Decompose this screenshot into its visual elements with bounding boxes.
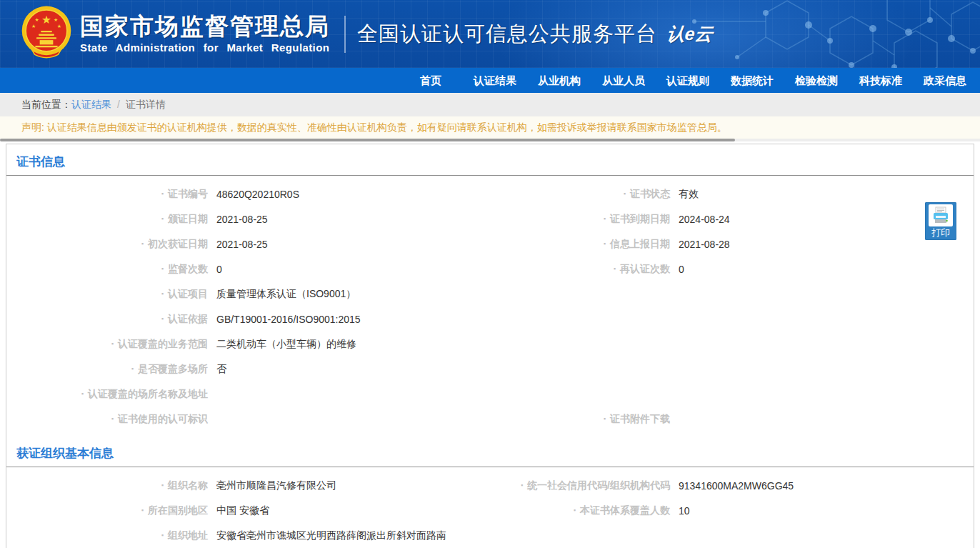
- renyun-logo: 认e云: [666, 22, 714, 46]
- field-label: ▪是否覆盖多场所: [6, 363, 208, 376]
- bullet-icon: ▪: [111, 416, 114, 422]
- org-name-cn: 国家市场监督管理总局: [80, 14, 330, 39]
- field-cell-left: ▪证书使用的认可标识: [6, 407, 490, 432]
- field-value: 质量管理体系认证（ISO9001）: [216, 288, 356, 301]
- bullet-icon: ▪: [111, 341, 114, 347]
- field-row: ▪认证项目质量管理体系认证（ISO9001）: [6, 282, 974, 307]
- svg-text:★: ★: [54, 16, 58, 21]
- field-label: ▪颁证日期: [6, 213, 208, 226]
- svg-text:★: ★: [41, 13, 51, 25]
- field-row: ▪认证覆盖的业务范围二类机动车（小型车辆）的维修: [6, 332, 974, 357]
- field-row: ▪组织地址安徽省亳州市谯城区光明西路薛阁派出所斜对面路南: [6, 523, 974, 548]
- nav-item-7[interactable]: 检验检测: [784, 68, 849, 93]
- field-cell-left: ▪认证覆盖的场所名称及地址: [6, 382, 490, 407]
- field-value: 2024-08-24: [679, 214, 730, 225]
- bullet-icon: ▪: [521, 482, 523, 489]
- field-label: ▪初次获证日期: [6, 238, 208, 251]
- field-row: ▪颁证日期2021-08-25▪证书到期日期2024-08-24: [6, 206, 974, 231]
- nav-item-9[interactable]: 政采信息: [913, 68, 977, 93]
- field-row: ▪认证覆盖的场所名称及地址: [6, 382, 974, 407]
- nav-item-8[interactable]: 科技标准: [849, 68, 913, 93]
- field-cell-right: [490, 332, 974, 357]
- field-cell-right: ▪统一社会信用代码/组织机构代码91341600MA2MW6GG45: [490, 473, 974, 498]
- nav-item-2[interactable]: 认证结果: [463, 68, 527, 93]
- field-label: ▪再认证次数: [490, 263, 670, 276]
- field-value: 2021-08-25: [216, 239, 268, 250]
- main-nav: 首页认证结果从业机构从业人员认证规则数据统计检验检测科技标准政采信息: [0, 68, 980, 93]
- field-cell-right: ▪证书到期日期2024-08-24: [490, 206, 974, 231]
- field-cell-right: [490, 307, 974, 332]
- field-value: GB/T19001-2016/ISO9001:2015: [216, 314, 361, 325]
- org-names: 国家市场监督管理总局 State Administration for Mark…: [80, 14, 330, 54]
- bullet-icon: ▪: [604, 241, 606, 247]
- field-value: 0: [679, 264, 684, 275]
- field-label: ▪本证书体系覆盖人数: [490, 504, 670, 517]
- field-row: ▪认证依据GB/T19001-2016/ISO9001:2015: [6, 307, 974, 332]
- field-value: 2021-08-25: [216, 214, 268, 225]
- field-value: 有效: [679, 188, 699, 201]
- field-cell-right: ▪本证书体系覆盖人数10: [490, 498, 974, 523]
- field-value: 二类机动车（小型车辆）的维修: [216, 338, 356, 351]
- field-cell-right: [490, 357, 974, 382]
- breadcrumb-prefix: 当前位置：: [21, 99, 71, 110]
- certificate-detail-panel: 证书信息▪证书编号48620Q20210R0S▪证书状态有效▪颁证日期2021-…: [6, 144, 974, 548]
- field-cell-right: ▪再认证次数0: [490, 256, 974, 282]
- field-row: ▪所在国别地区中国 安徽省▪本证书体系覆盖人数10: [6, 498, 974, 523]
- platform-title: 全国认证认可信息公共服务平台: [357, 20, 657, 49]
- bullet-icon: ▪: [81, 391, 84, 397]
- bullet-icon: ▪: [131, 366, 134, 372]
- bullet-icon: ▪: [604, 216, 606, 222]
- org-name-en: State Administration for Market Regulati…: [80, 42, 330, 54]
- breadcrumb-current: 证书详情: [126, 99, 166, 110]
- nav-item-5[interactable]: 认证规则: [656, 68, 720, 93]
- field-cell-left: ▪认证项目质量管理体系认证（ISO9001）: [6, 282, 490, 307]
- print-button[interactable]: 打印: [925, 202, 956, 240]
- field-label: ▪组织地址: [6, 529, 208, 542]
- field-label: ▪监督次数: [6, 263, 208, 276]
- field-label: ▪证书附件下载: [490, 413, 670, 426]
- breadcrumb: 当前位置：认证结果/证书详情: [0, 93, 980, 116]
- disclaimer-notice: 声明: 认证结果信息由颁发证书的认证机构提供，数据的真实性、准确性由认证机构负责…: [0, 116, 980, 139]
- field-cell-left: ▪证书编号48620Q20210R0S: [6, 181, 490, 206]
- bullet-icon: ▪: [161, 316, 164, 322]
- bullet-icon: ▪: [604, 416, 606, 422]
- header-divider: [344, 16, 346, 53]
- field-row: ▪证书使用的认可标识▪证书附件下载: [6, 407, 974, 432]
- field-value: 2021-08-28: [679, 239, 730, 250]
- field-cell-right: [490, 523, 974, 548]
- field-cell-left: ▪认证覆盖的业务范围二类机动车（小型车辆）的维修: [6, 332, 490, 357]
- breadcrumb-separator: /: [117, 99, 120, 110]
- breadcrumb-link-certification-results[interactable]: 认证结果: [71, 99, 111, 110]
- field-label: ▪所在国别地区: [6, 504, 208, 517]
- print-button-label: 打印: [931, 226, 950, 239]
- field-value: 否: [216, 363, 226, 376]
- field-cell-left: ▪认证依据GB/T19001-2016/ISO9001:2015: [6, 307, 490, 332]
- bullet-icon: ▪: [574, 507, 576, 514]
- nav-item-6[interactable]: 数据统计: [720, 68, 784, 93]
- field-cell-right: ▪证书状态有效: [490, 181, 974, 206]
- field-value: 亳州市顺隆昌汽修有限公司: [216, 479, 336, 492]
- field-row: ▪证书编号48620Q20210R0S▪证书状态有效: [6, 181, 974, 206]
- nav-item-4[interactable]: 从业人员: [591, 68, 656, 93]
- field-cell-right: [490, 382, 974, 407]
- field-cell-left: ▪组织名称亳州市顺隆昌汽修有限公司: [6, 473, 490, 498]
- nav-item-1[interactable]: 首页: [399, 68, 463, 93]
- info-section: 证书信息▪证书编号48620Q20210R0S▪证书状态有效▪颁证日期2021-…: [6, 144, 974, 436]
- field-value: 91341600MA2MW6GG45: [679, 480, 794, 492]
- bullet-icon: ▪: [624, 191, 626, 197]
- bullet-icon: ▪: [161, 291, 164, 297]
- field-cell-left: ▪监督次数0: [6, 256, 490, 282]
- national-emblem-logo: ★ ★ ★ ★ ★: [19, 4, 74, 64]
- field-cell-left: ▪初次获证日期2021-08-25: [6, 231, 490, 256]
- field-value: 10: [679, 505, 690, 517]
- bullet-icon: ▪: [161, 482, 164, 489]
- svg-text:★: ★: [31, 23, 36, 28]
- field-label: ▪组织名称: [6, 479, 208, 492]
- info-section: 获证组织基本信息▪组织名称亳州市顺隆昌汽修有限公司▪统一社会信用代码/组织机构代…: [6, 436, 974, 548]
- nav-item-3[interactable]: 从业机构: [527, 68, 591, 93]
- field-label: ▪信息上报日期: [490, 238, 670, 251]
- bullet-icon: ▪: [161, 216, 164, 222]
- field-row: ▪是否覆盖多场所否: [6, 357, 974, 382]
- field-label: ▪统一社会信用代码/组织机构代码: [490, 479, 670, 492]
- field-cell-left: ▪是否覆盖多场所否: [6, 357, 490, 382]
